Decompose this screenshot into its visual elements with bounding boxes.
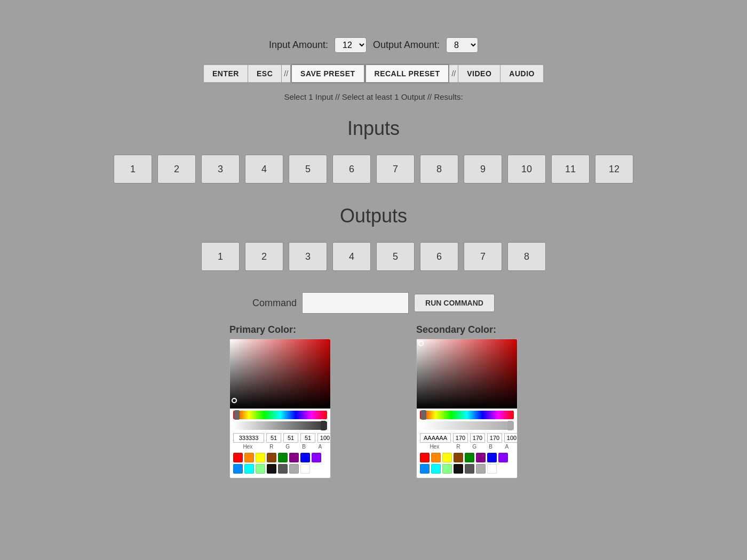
swatch-14[interactable] (300, 464, 310, 474)
output-button-4[interactable]: 4 (332, 242, 371, 271)
secondary-b-input[interactable] (487, 433, 502, 443)
primary-alpha-strip[interactable] (233, 421, 327, 430)
swatch-0[interactable] (233, 453, 243, 462)
output-button-1[interactable]: 1 (201, 242, 240, 271)
toolbar: ENTER ESC // SAVE PRESET RECALL PRESET /… (203, 63, 544, 84)
input-button-7[interactable]: 7 (376, 155, 415, 183)
secondary-alpha-thumb[interactable] (507, 421, 513, 430)
primary-color-picker: Primary Color: (229, 324, 331, 478)
swatch-7[interactable] (498, 453, 508, 462)
output-button-7[interactable]: 7 (464, 242, 502, 271)
separator-2: // (449, 65, 458, 82)
command-row: Command RUN COMMAND (252, 292, 495, 314)
swatch-11[interactable] (267, 464, 276, 474)
swatch-2[interactable] (442, 453, 452, 462)
swatch-11[interactable] (454, 464, 463, 474)
save-preset-button[interactable]: SAVE PRESET (291, 64, 365, 83)
esc-button[interactable]: ESC (248, 65, 282, 82)
input-button-5[interactable]: 5 (289, 155, 327, 183)
primary-r-input[interactable] (266, 433, 281, 443)
inputs-title: Inputs (347, 117, 400, 140)
swatch-7[interactable] (312, 453, 321, 462)
swatch-5[interactable] (476, 453, 486, 462)
swatch-1[interactable] (244, 453, 254, 462)
run-command-button[interactable]: RUN COMMAND (414, 294, 495, 312)
swatch-5[interactable] (289, 453, 299, 462)
primary-hue-thumb[interactable] (234, 410, 240, 420)
swatch-2[interactable] (256, 453, 265, 462)
secondary-labels-row: Hex R G B A (420, 444, 514, 450)
swatch-13[interactable] (476, 464, 486, 474)
primary-swatches (233, 453, 327, 474)
input-button-6[interactable]: 6 (332, 155, 371, 183)
output-amount-select[interactable]: 8 4 16 (446, 37, 478, 53)
secondary-hex-label: Hex (420, 444, 449, 450)
secondary-r-input[interactable] (453, 433, 468, 443)
swatch-6[interactable] (487, 453, 497, 462)
swatch-12[interactable] (465, 464, 474, 474)
swatch-1[interactable] (431, 453, 441, 462)
primary-color-label: Primary Color: (229, 324, 296, 335)
swatch-8[interactable] (420, 464, 430, 474)
primary-gradient-cursor[interactable] (232, 398, 237, 403)
command-input[interactable] (302, 292, 409, 314)
swatch-10[interactable] (442, 464, 452, 474)
output-button-5[interactable]: 5 (376, 242, 415, 271)
audio-button[interactable]: AUDIO (500, 65, 543, 82)
recall-preset-button[interactable]: RECALL PRESET (365, 64, 450, 83)
secondary-b-label: B (483, 444, 497, 450)
swatch-13[interactable] (289, 464, 299, 474)
output-button-8[interactable]: 8 (507, 242, 546, 271)
swatch-14[interactable] (487, 464, 497, 474)
input-button-1[interactable]: 1 (114, 155, 152, 183)
input-button-11[interactable]: 11 (551, 155, 590, 183)
swatch-3[interactable] (454, 453, 463, 462)
input-amount-select[interactable]: 12 8 16 (335, 37, 367, 53)
secondary-gradient-area[interactable] (417, 339, 518, 409)
video-button[interactable]: VIDEO (458, 65, 500, 82)
input-button-8[interactable]: 8 (420, 155, 458, 183)
input-button-4[interactable]: 4 (245, 155, 283, 183)
input-button-10[interactable]: 10 (507, 155, 546, 183)
secondary-alpha-strip[interactable] (420, 421, 514, 430)
primary-g-input[interactable] (283, 433, 298, 443)
output-button-2[interactable]: 2 (245, 242, 283, 271)
secondary-gradient-cursor[interactable] (418, 341, 424, 346)
secondary-a-input[interactable] (504, 433, 518, 443)
primary-a-input[interactable] (317, 433, 331, 443)
primary-labels-row: Hex R G B A (233, 444, 327, 450)
primary-gradient-area[interactable] (230, 339, 331, 409)
primary-b-label: B (297, 444, 311, 450)
swatch-3[interactable] (267, 453, 276, 462)
primary-hex-input[interactable] (233, 433, 264, 443)
swatch-4[interactable] (465, 453, 474, 462)
secondary-g-input[interactable] (470, 433, 485, 443)
secondary-hue-strip[interactable] (420, 411, 514, 419)
input-button-3[interactable]: 3 (201, 155, 240, 183)
swatch-9[interactable] (431, 464, 441, 474)
secondary-hex-input[interactable] (420, 433, 451, 443)
secondary-g-label: G (467, 444, 481, 450)
swatch-9[interactable] (244, 464, 254, 474)
secondary-color-widget: Hex R G B A (416, 339, 518, 478)
swatch-6[interactable] (300, 453, 310, 462)
output-amount-label: Output Amount: (373, 39, 440, 51)
output-button-6[interactable]: 6 (420, 242, 458, 271)
input-button-2[interactable]: 2 (157, 155, 196, 183)
primary-hue-strip[interactable] (233, 411, 327, 419)
input-button-12[interactable]: 12 (595, 155, 633, 183)
swatch-4[interactable] (278, 453, 288, 462)
input-button-9[interactable]: 9 (464, 155, 502, 183)
swatch-8[interactable] (233, 464, 243, 474)
primary-hex-label: Hex (233, 444, 263, 450)
swatch-12[interactable] (278, 464, 288, 474)
secondary-gradient-bg (417, 339, 518, 409)
primary-b-input[interactable] (300, 433, 315, 443)
swatch-10[interactable] (256, 464, 265, 474)
swatch-0[interactable] (420, 453, 430, 462)
primary-a-label: A (313, 444, 327, 450)
primary-alpha-thumb[interactable] (321, 421, 326, 430)
secondary-hue-thumb[interactable] (421, 410, 426, 420)
output-button-3[interactable]: 3 (289, 242, 327, 271)
enter-button[interactable]: ENTER (204, 65, 248, 82)
